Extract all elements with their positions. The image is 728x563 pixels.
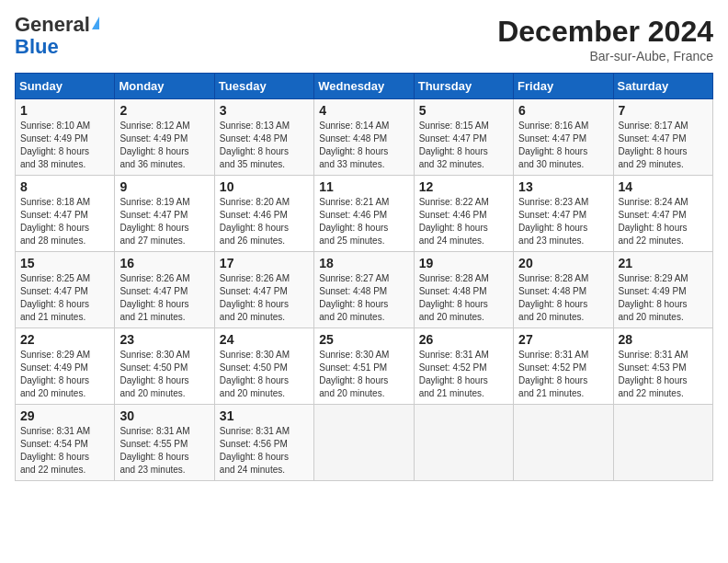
day-number: 20	[518, 256, 608, 270]
day-info: Sunrise: 8:22 AMSunset: 4:46 PMDaylight:…	[419, 196, 508, 247]
day-info: Sunrise: 8:31 AMSunset: 4:55 PMDaylight:…	[119, 425, 209, 477]
day-cell: 26Sunrise: 8:31 AMSunset: 4:52 PMDayligh…	[414, 328, 513, 405]
day-number: 27	[518, 332, 608, 347]
day-cell: 25Sunrise: 8:30 AMSunset: 4:51 PMDayligh…	[314, 328, 414, 405]
logo-general-text: General	[15, 15, 90, 35]
day-cell: 21Sunrise: 8:29 AMSunset: 4:49 PMDayligh…	[613, 252, 712, 328]
day-number: 25	[319, 332, 408, 347]
month-title: December 2024	[497, 15, 713, 49]
day-number: 19	[419, 256, 508, 270]
day-info: Sunrise: 8:29 AMSunset: 4:49 PMDaylight:…	[619, 272, 708, 324]
day-info: Sunrise: 8:31 AMSunset: 4:53 PMDaylight:…	[619, 349, 708, 400]
day-info: Sunrise: 8:21 AMSunset: 4:46 PMDaylight:…	[319, 196, 408, 247]
day-cell: 10Sunrise: 8:20 AMSunset: 4:46 PMDayligh…	[214, 176, 313, 252]
day-cell: 3Sunrise: 8:13 AMSunset: 4:48 PMDaylight…	[214, 99, 313, 176]
day-info: Sunrise: 8:16 AMSunset: 4:47 PMDaylight:…	[518, 120, 608, 171]
day-number: 30	[119, 408, 209, 423]
header-sunday: Sunday	[16, 74, 115, 99]
day-cell: 30Sunrise: 8:31 AMSunset: 4:55 PMDayligh…	[115, 405, 214, 481]
logo: General Blue	[15, 15, 101, 59]
day-cell: 29Sunrise: 8:31 AMSunset: 4:54 PMDayligh…	[16, 405, 115, 481]
day-cell: 18Sunrise: 8:27 AMSunset: 4:48 PMDayligh…	[314, 252, 414, 328]
day-number: 31	[220, 408, 309, 423]
logo-triangle-icon	[92, 17, 99, 29]
day-info: Sunrise: 8:28 AMSunset: 4:48 PMDaylight:…	[419, 272, 508, 324]
day-cell: 8Sunrise: 8:18 AMSunset: 4:47 PMDaylight…	[16, 176, 115, 252]
day-cell: 9Sunrise: 8:19 AMSunset: 4:47 PMDaylight…	[115, 176, 214, 252]
day-info: Sunrise: 8:14 AMSunset: 4:48 PMDaylight:…	[319, 120, 408, 171]
week-row-1: 1Sunrise: 8:10 AMSunset: 4:49 PMDaylight…	[16, 99, 713, 176]
header-thursday: Thursday	[414, 74, 513, 99]
day-cell	[514, 405, 613, 481]
day-info: Sunrise: 8:31 AMSunset: 4:52 PMDaylight:…	[518, 349, 608, 400]
day-info: Sunrise: 8:20 AMSunset: 4:46 PMDaylight:…	[220, 196, 309, 247]
day-cell: 19Sunrise: 8:28 AMSunset: 4:48 PMDayligh…	[414, 252, 513, 328]
day-cell: 31Sunrise: 8:31 AMSunset: 4:56 PMDayligh…	[214, 405, 313, 481]
day-number: 29	[20, 408, 109, 423]
day-number: 17	[220, 256, 309, 270]
day-number: 7	[619, 103, 708, 118]
day-number: 26	[419, 332, 508, 347]
week-row-3: 15Sunrise: 8:25 AMSunset: 4:47 PMDayligh…	[16, 252, 713, 328]
day-cell: 13Sunrise: 8:23 AMSunset: 4:47 PMDayligh…	[514, 176, 613, 252]
location: Bar-sur-Aube, France	[497, 49, 713, 63]
day-cell: 24Sunrise: 8:30 AMSunset: 4:50 PMDayligh…	[214, 328, 313, 405]
day-info: Sunrise: 8:29 AMSunset: 4:49 PMDaylight:…	[20, 349, 109, 400]
day-info: Sunrise: 8:23 AMSunset: 4:47 PMDaylight:…	[518, 196, 608, 247]
title-area: December 2024 Bar-sur-Aube, France	[497, 15, 713, 63]
header-monday: Monday	[115, 74, 214, 99]
day-number: 3	[220, 103, 309, 118]
day-info: Sunrise: 8:12 AMSunset: 4:49 PMDaylight:…	[119, 120, 209, 171]
day-cell: 27Sunrise: 8:31 AMSunset: 4:52 PMDayligh…	[514, 328, 613, 405]
day-cell: 4Sunrise: 8:14 AMSunset: 4:48 PMDaylight…	[314, 99, 414, 176]
day-info: Sunrise: 8:25 AMSunset: 4:47 PMDaylight:…	[20, 272, 109, 324]
day-cell: 16Sunrise: 8:26 AMSunset: 4:47 PMDayligh…	[115, 252, 214, 328]
day-number: 5	[419, 103, 508, 118]
day-number: 9	[119, 179, 209, 194]
day-number: 1	[20, 103, 109, 118]
day-info: Sunrise: 8:30 AMSunset: 4:51 PMDaylight:…	[319, 349, 408, 400]
day-info: Sunrise: 8:31 AMSunset: 4:52 PMDaylight:…	[419, 349, 508, 400]
day-info: Sunrise: 8:31 AMSunset: 4:54 PMDaylight:…	[20, 425, 109, 477]
calendar-header: SundayMondayTuesdayWednesdayThursdayFrid…	[16, 74, 713, 99]
day-number: 2	[119, 103, 209, 118]
day-cell: 11Sunrise: 8:21 AMSunset: 4:46 PMDayligh…	[314, 176, 414, 252]
day-number: 23	[119, 332, 209, 347]
day-cell: 15Sunrise: 8:25 AMSunset: 4:47 PMDayligh…	[16, 252, 115, 328]
day-info: Sunrise: 8:17 AMSunset: 4:47 PMDaylight:…	[619, 120, 708, 171]
day-cell: 5Sunrise: 8:15 AMSunset: 4:47 PMDaylight…	[414, 99, 513, 176]
day-number: 18	[319, 256, 408, 270]
day-info: Sunrise: 8:19 AMSunset: 4:47 PMDaylight:…	[119, 196, 209, 247]
day-info: Sunrise: 8:28 AMSunset: 4:48 PMDaylight:…	[518, 272, 608, 324]
day-cell: 7Sunrise: 8:17 AMSunset: 4:47 PMDaylight…	[613, 99, 712, 176]
day-cell: 20Sunrise: 8:28 AMSunset: 4:48 PMDayligh…	[514, 252, 613, 328]
day-cell: 12Sunrise: 8:22 AMSunset: 4:46 PMDayligh…	[414, 176, 513, 252]
header-saturday: Saturday	[613, 74, 712, 99]
day-info: Sunrise: 8:13 AMSunset: 4:48 PMDaylight:…	[220, 120, 309, 171]
day-cell: 22Sunrise: 8:29 AMSunset: 4:49 PMDayligh…	[16, 328, 115, 405]
week-row-5: 29Sunrise: 8:31 AMSunset: 4:54 PMDayligh…	[16, 405, 713, 481]
day-info: Sunrise: 8:26 AMSunset: 4:47 PMDaylight:…	[220, 272, 309, 324]
day-info: Sunrise: 8:31 AMSunset: 4:56 PMDaylight:…	[220, 425, 309, 477]
day-number: 4	[319, 103, 408, 118]
day-number: 14	[619, 179, 708, 194]
day-number: 28	[619, 332, 708, 347]
day-info: Sunrise: 8:24 AMSunset: 4:47 PMDaylight:…	[619, 196, 708, 247]
day-number: 13	[518, 179, 608, 194]
logo-blue-text: Blue	[15, 35, 59, 58]
week-row-2: 8Sunrise: 8:18 AMSunset: 4:47 PMDaylight…	[16, 176, 713, 252]
day-info: Sunrise: 8:30 AMSunset: 4:50 PMDaylight:…	[220, 349, 309, 400]
day-cell: 2Sunrise: 8:12 AMSunset: 4:49 PMDaylight…	[115, 99, 214, 176]
day-info: Sunrise: 8:26 AMSunset: 4:47 PMDaylight:…	[119, 272, 209, 324]
day-info: Sunrise: 8:10 AMSunset: 4:49 PMDaylight:…	[20, 120, 109, 171]
day-cell: 1Sunrise: 8:10 AMSunset: 4:49 PMDaylight…	[16, 99, 115, 176]
header: General Blue December 2024 Bar-sur-Aube,…	[15, 15, 713, 63]
day-cell: 6Sunrise: 8:16 AMSunset: 4:47 PMDaylight…	[514, 99, 613, 176]
day-number: 16	[119, 256, 209, 270]
day-info: Sunrise: 8:30 AMSunset: 4:50 PMDaylight:…	[119, 349, 209, 400]
day-cell: 23Sunrise: 8:30 AMSunset: 4:50 PMDayligh…	[115, 328, 214, 405]
day-number: 24	[220, 332, 309, 347]
header-tuesday: Tuesday	[214, 74, 313, 99]
day-info: Sunrise: 8:27 AMSunset: 4:48 PMDaylight:…	[319, 272, 408, 324]
day-cell	[414, 405, 513, 481]
